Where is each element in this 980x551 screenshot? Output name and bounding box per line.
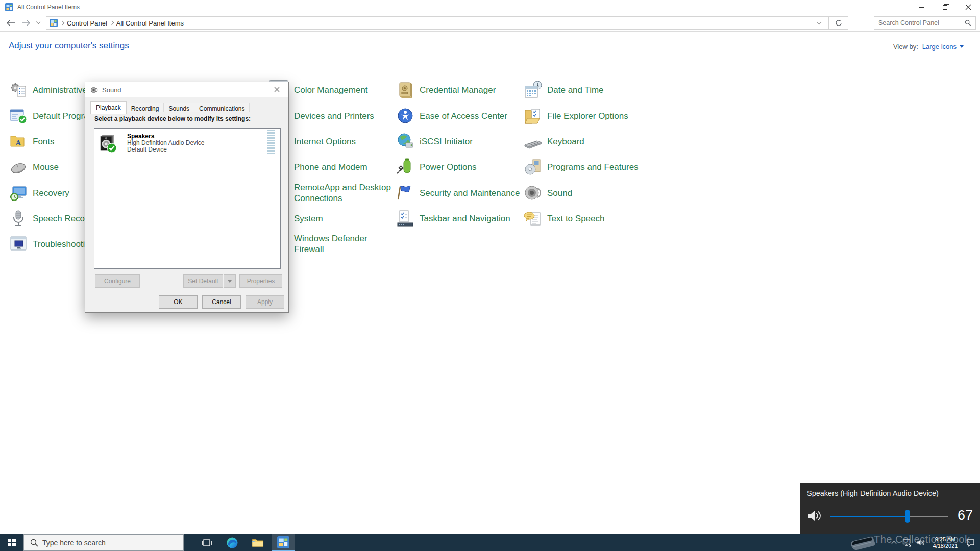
- taskbar-clock[interactable]: 9:25 AM 4/18/2021: [929, 536, 962, 549]
- cp-item-label[interactable]: iSCSI Initiator: [420, 136, 473, 147]
- cp-item-label[interactable]: Color Management: [294, 85, 391, 95]
- playback-device-list[interactable]: Speakers High Definition Audio Device De…: [94, 128, 281, 269]
- device-row-speakers[interactable]: Speakers High Definition Audio Device De…: [97, 133, 277, 156]
- volume-slider[interactable]: [830, 516, 948, 517]
- cp-item-label[interactable]: Programs and Features: [547, 162, 639, 172]
- cp-item-label[interactable]: Credential Manager: [420, 85, 496, 95]
- cp-item-ease-of-access[interactable]: Ease of Access Center: [396, 105, 507, 127]
- action-center-button[interactable]: [964, 534, 977, 551]
- cp-item-recovery[interactable]: Recovery: [9, 182, 69, 204]
- cp-item-label[interactable]: Mouse: [33, 162, 59, 172]
- cancel-button[interactable]: Cancel: [202, 295, 241, 309]
- cp-item-label[interactable]: Recovery: [33, 188, 69, 198]
- properties-button[interactable]: Properties: [239, 274, 282, 288]
- cp-item-iscsi-initiator[interactable]: iSCSI Initiator: [396, 131, 473, 152]
- clock-time: 9:25 AM: [929, 536, 962, 543]
- minimize-button[interactable]: [910, 0, 933, 14]
- configure-button[interactable]: Configure: [95, 274, 140, 288]
- cp-item-label[interactable]: Fonts: [33, 136, 55, 147]
- clock-date: 4/18/2021: [929, 543, 962, 549]
- cp-item-security-and-maintenance[interactable]: Security and Maintenance: [396, 182, 520, 204]
- cp-item-label[interactable]: File Explorer Options: [547, 111, 628, 121]
- chevron-down-icon: [36, 20, 40, 24]
- cp-item-fonts[interactable]: A Fonts: [9, 131, 55, 152]
- default-programs-icon: [9, 106, 28, 126]
- restore-button[interactable]: [933, 0, 957, 14]
- close-icon: [965, 4, 971, 10]
- start-button[interactable]: [0, 534, 23, 551]
- edge-icon: [226, 536, 239, 549]
- breadcrumb-all-items[interactable]: All Control Panel Items: [113, 19, 187, 27]
- sound-dialog-titlebar: Sound: [85, 82, 288, 97]
- cp-item-label[interactable]: Taskbar and Navigation: [420, 213, 510, 224]
- search-control-panel-input[interactable]: [874, 19, 965, 27]
- svg-text:A: A: [16, 139, 21, 147]
- address-dropdown-button[interactable]: [810, 16, 829, 30]
- cp-item-label[interactable]: Power Options: [420, 162, 477, 172]
- cp-item-label[interactable]: Date and Time: [547, 85, 604, 95]
- tray-volume-button[interactable]: [914, 534, 927, 551]
- cp-item-label[interactable]: RemoteApp and Desktop Connections: [294, 182, 391, 204]
- search-control-panel-box[interactable]: [874, 16, 976, 30]
- cp-item-label[interactable]: Sound: [547, 188, 572, 198]
- cp-item-label[interactable]: Security and Maintenance: [420, 188, 520, 198]
- cp-item-credential-manager[interactable]: Credential Manager: [396, 79, 496, 101]
- cp-item-label[interactable]: System: [294, 213, 391, 224]
- cp-item-label[interactable]: Ease of Access Center: [420, 111, 507, 121]
- file-explorer-icon: [251, 536, 264, 549]
- speaker-volume-icon[interactable]: [807, 509, 822, 523]
- cp-item-date-and-time[interactable]: Date and Time: [523, 79, 604, 101]
- ok-button[interactable]: OK: [159, 295, 198, 309]
- programs-features-icon: [523, 157, 543, 177]
- troubleshooting-icon: [9, 234, 28, 254]
- taskbar-search-input[interactable]: [42, 539, 183, 547]
- refresh-button[interactable]: [829, 16, 848, 30]
- taskbar-search-box[interactable]: [23, 534, 184, 551]
- speech-recognition-icon: [9, 209, 28, 228]
- view-by-dropdown[interactable]: Large icons: [922, 43, 964, 51]
- close-button[interactable]: [957, 0, 980, 14]
- cp-item-programs-and-features[interactable]: Programs and Features: [523, 156, 639, 178]
- cp-item-mouse[interactable]: Mouse: [9, 156, 59, 178]
- system-tray: 9:25 AM 4/18/2021: [887, 534, 980, 551]
- search-icon[interactable]: [965, 19, 971, 27]
- network-icon: [902, 539, 912, 547]
- cp-item-label[interactable]: Devices and Printers: [294, 111, 391, 121]
- forward-button[interactable]: [18, 15, 34, 31]
- cp-item-label[interactable]: Keyboard: [547, 136, 584, 147]
- navigation-bar: Control Panel All Control Panel Items: [0, 14, 980, 32]
- breadcrumb-control-panel[interactable]: Control Panel: [64, 19, 110, 27]
- cp-item-keyboard[interactable]: Keyboard: [523, 131, 584, 152]
- back-button[interactable]: [3, 15, 18, 31]
- cp-item-label[interactable]: Windows Defender Firewall: [294, 233, 391, 255]
- edge-taskbar-button[interactable]: [221, 534, 243, 551]
- tray-network-button[interactable]: [900, 534, 914, 551]
- tray-show-hidden-icons-button[interactable]: [887, 534, 900, 551]
- set-default-button[interactable]: Set Default: [183, 274, 223, 288]
- volume-slider-thumb[interactable]: [905, 510, 910, 523]
- apply-button[interactable]: Apply: [246, 295, 284, 309]
- file-explorer-options-icon: [523, 106, 543, 126]
- restore-icon: [943, 5, 947, 10]
- tab-playback[interactable]: Playback: [90, 101, 127, 114]
- cp-item-label[interactable]: Text to Speech: [547, 213, 604, 224]
- sound-dialog-close-button[interactable]: [265, 82, 288, 97]
- credential-manager-icon: [396, 80, 415, 99]
- taskbar-navigation-icon: [396, 209, 415, 228]
- cp-item-label[interactable]: Phone and Modem: [294, 162, 391, 172]
- cp-item-power-options[interactable]: Power Options: [396, 156, 477, 178]
- task-view-button[interactable]: [195, 534, 218, 551]
- cp-item-taskbar-and-navigation[interactable]: Taskbar and Navigation: [396, 208, 510, 229]
- address-bar[interactable]: Control Panel All Control Panel Items: [46, 16, 829, 30]
- file-explorer-taskbar-button[interactable]: [247, 534, 269, 551]
- iscsi-initiator-icon: [396, 132, 415, 151]
- cp-item-troubleshooting[interactable]: Troubleshooting: [9, 233, 94, 255]
- control-panel-taskbar-button[interactable]: [272, 534, 295, 551]
- recent-pages-button[interactable]: [34, 15, 43, 31]
- set-default-dropdown-button[interactable]: [224, 274, 236, 288]
- cp-item-label[interactable]: Internet Options: [294, 136, 391, 147]
- cp-item-text-to-speech[interactable]: Text to Speech: [523, 208, 604, 229]
- window-titlebar: All Control Panel Items: [0, 0, 980, 14]
- cp-item-file-explorer-options[interactable]: File Explorer Options: [523, 105, 628, 127]
- cp-item-sound[interactable]: Sound: [523, 182, 572, 204]
